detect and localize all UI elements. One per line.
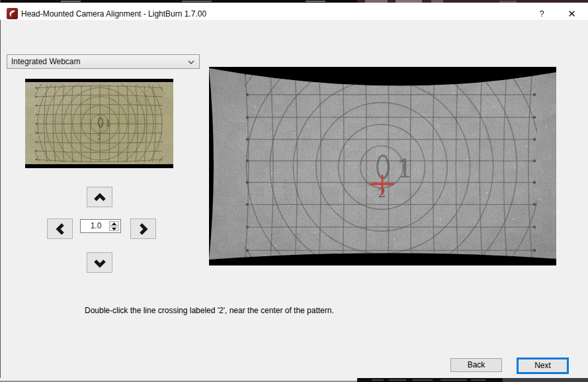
camera-noise-overlay (209, 67, 556, 265)
nudge-down-button[interactable] (87, 252, 112, 273)
background-strip-bottom-right (503, 378, 588, 382)
chevron-down-icon (93, 258, 107, 267)
close-button[interactable]: ✕ (563, 5, 581, 23)
chevron-left-icon (56, 222, 65, 236)
window-title: Head-Mounted Camera Alignment - LightBur… (21, 5, 206, 23)
background-strip-bottom-mid (357, 378, 503, 382)
spin-buttons (109, 221, 119, 231)
background-dash (471, 379, 485, 381)
help-button[interactable]: ? (533, 5, 550, 23)
chevron-up-icon (93, 193, 107, 202)
next-button[interactable]: Next (517, 358, 569, 374)
triangle-down-icon (112, 228, 116, 230)
background-dash (372, 379, 384, 381)
spin-up-button[interactable] (109, 221, 119, 226)
background-dash (413, 379, 433, 381)
step-size-value: 1.0 (81, 220, 111, 232)
step-size-spinbox[interactable]: 1.0 (80, 219, 121, 233)
spin-down-button[interactable] (109, 226, 119, 231)
background-dash (182, 1, 212, 2)
chevron-right-icon (139, 222, 148, 236)
triangle-up-icon (112, 222, 116, 225)
nudge-right-button[interactable] (130, 218, 156, 239)
nudge-up-button[interactable] (87, 187, 112, 207)
window-left-border (0, 0, 1, 382)
titlebar: Head-Mounted Camera Alignment - LightBur… (0, 3, 588, 20)
back-button[interactable]: Back (450, 358, 502, 372)
background-dash (306, 1, 325, 2)
camera-preview-raw: 12 (25, 79, 173, 168)
background-dash (389, 379, 406, 381)
lightburn-logo-icon (7, 8, 18, 19)
camera-select-value: Integrated Webcam (11, 55, 81, 68)
chevron-down-icon (188, 60, 194, 64)
nudge-left-button[interactable] (47, 218, 73, 239)
background-dash (441, 379, 467, 381)
camera-view-undistorted[interactable]: 12 (209, 67, 556, 265)
instruction-text: Double-click the line crossing labeled '… (85, 306, 334, 315)
camera-noise-overlay (25, 79, 173, 168)
camera-select-dropdown[interactable]: Integrated Webcam (7, 54, 200, 69)
background-dash (61, 1, 81, 2)
